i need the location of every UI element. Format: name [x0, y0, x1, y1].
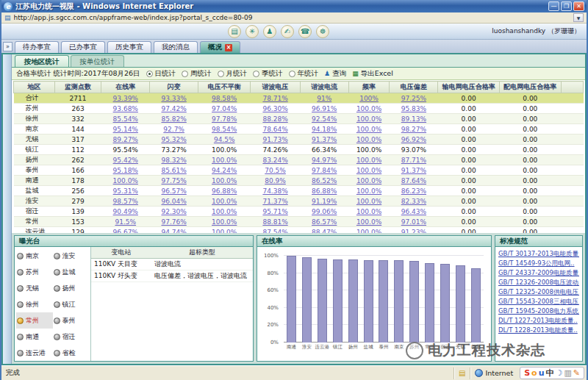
standard-link[interactable]: GB/T 12326-2008电压波动..: [498, 278, 579, 287]
chart-bar[interactable]: [302, 257, 312, 343]
radio-月统计[interactable]: 月统计: [218, 69, 248, 79]
value-link[interactable]: 71.37%: [262, 198, 287, 205]
standard-link[interactable]: GB/T 15543-2008三相电压..: [498, 297, 579, 306]
value-link[interactable]: 100.0%: [356, 187, 381, 195]
value-link[interactable]: 100.0%: [212, 198, 237, 205]
query-button[interactable]: ♟ 查询: [324, 69, 346, 79]
city-item-无锡[interactable]: 无锡: [16, 280, 53, 296]
value-link[interactable]: 100.0%: [356, 105, 381, 112]
standard-link[interactable]: DL/T 1227-2013电能质量..: [498, 316, 579, 326]
standard-link[interactable]: GB/T 15945-2008电力系统..: [498, 306, 579, 316]
standard-link[interactable]: GB/T 14549-93公用电网..: [498, 259, 579, 268]
city-item-淮安[interactable]: 淮安: [53, 248, 90, 264]
ime-icon[interactable]: 中: [546, 368, 554, 379]
ime-icon[interactable]: S: [524, 368, 530, 379]
value-link[interactable]: 89.27%: [113, 136, 138, 143]
snowflake-icon[interactable]: ✳: [245, 25, 259, 38]
value-link[interactable]: 95.71%: [262, 208, 287, 215]
value-link[interactable]: 96.91%: [312, 105, 337, 112]
city-item-南京[interactable]: 南京: [16, 248, 53, 264]
city-item-省检[interactable]: 省检: [53, 345, 90, 361]
export-excel-button[interactable]: ▦ 导出Excel: [352, 69, 393, 79]
tab-概况[interactable]: 概况×: [200, 41, 240, 53]
tab-已办事宜[interactable]: 已办事宜: [61, 41, 105, 53]
value-link[interactable]: 88.81%: [262, 218, 287, 226]
value-link[interactable]: 95.31%: [113, 187, 138, 195]
value-link[interactable]: 86.88%: [312, 187, 337, 195]
url-text[interactable]: http://app.js.sgcc.com.cn/appframe-web/i…: [14, 14, 570, 21]
url-dropdown-button[interactable]: ▼: [573, 13, 584, 22]
value-link[interactable]: 90.49%: [113, 208, 138, 215]
value-link[interactable]: 91.73%: [262, 136, 287, 143]
restore-button[interactable]: ❐: [561, 1, 572, 11]
value-link[interactable]: 100.0%: [212, 218, 237, 226]
value-link[interactable]: 100.0%: [356, 198, 381, 205]
value-link[interactable]: 94.18%: [312, 126, 337, 133]
value-link[interactable]: 95.18%: [113, 167, 138, 174]
value-link[interactable]: 87.64%: [401, 177, 426, 184]
value-link[interactable]: 85.61%: [161, 167, 186, 174]
tab-历史事宜[interactable]: 历史事宜: [107, 41, 151, 53]
close-button[interactable]: ✕: [573, 1, 584, 11]
hand-icon[interactable]: ✍: [281, 25, 294, 38]
value-link[interactable]: 82.33%: [401, 198, 426, 205]
value-link[interactable]: 86.57%: [312, 218, 337, 226]
value-link[interactable]: 89.13%: [401, 115, 426, 123]
value-link[interactable]: 97.76%: [161, 218, 186, 226]
value-link[interactable]: 91.19%: [312, 198, 337, 205]
value-link[interactable]: 100.0%: [356, 177, 381, 184]
radio-日统计[interactable]: 日统计: [146, 69, 176, 79]
tab-by-unit[interactable]: 按单位统计: [71, 55, 125, 67]
value-link[interactable]: 94.5%: [214, 136, 235, 143]
value-link[interactable]: 86.52%: [312, 177, 337, 184]
city-item-常州[interactable]: 常州: [16, 312, 53, 329]
chart-bar[interactable]: [440, 264, 450, 343]
document-icon[interactable]: ▤: [228, 25, 241, 38]
value-link[interactable]: 91%: [317, 95, 331, 102]
value-link[interactable]: 85.54%: [113, 115, 138, 123]
chart-bar[interactable]: [318, 259, 327, 343]
value-link[interactable]: 97.04%: [212, 105, 237, 112]
value-link[interactable]: 93.39%: [113, 95, 138, 102]
value-link[interactable]: 95.32%: [161, 136, 186, 143]
value-link[interactable]: 91.5%: [115, 218, 136, 226]
standard-link[interactable]: GB/T 12325-2008供电电压..: [498, 287, 579, 297]
radio-周统计[interactable]: 周统计: [182, 69, 212, 79]
city-item-南通[interactable]: 南通: [16, 329, 53, 345]
value-link[interactable]: 87.71%: [401, 157, 426, 164]
standard-link[interactable]: GB/T 24337-2009电能质量..: [498, 268, 579, 278]
value-link[interactable]: 98.58%: [212, 95, 237, 102]
value-link[interactable]: 74.38%: [262, 187, 287, 195]
radio-年统计[interactable]: 年统计: [289, 69, 319, 79]
value-link[interactable]: 88.28%: [262, 115, 287, 123]
value-link[interactable]: 97.01%: [401, 218, 426, 226]
chart-bar[interactable]: [287, 256, 296, 343]
value-link[interactable]: 97.78%: [212, 115, 237, 123]
value-link[interactable]: 70.5%: [265, 167, 286, 174]
collapsed-sidebar-strip[interactable]: [3, 54, 12, 364]
value-link[interactable]: 85.82%: [161, 115, 186, 123]
value-link[interactable]: 97.25%: [401, 95, 426, 102]
value-link[interactable]: 92.30%: [161, 208, 186, 215]
value-link[interactable]: 100.0%: [113, 177, 138, 184]
collapse-sidebar-button[interactable]: »: [3, 42, 12, 51]
value-link[interactable]: 96.88%: [212, 187, 237, 195]
ime-icon[interactable]: ▥: [564, 368, 571, 379]
value-link[interactable]: 78.71%: [262, 95, 287, 102]
chart-bar[interactable]: [471, 268, 481, 343]
city-item-徐州[interactable]: 徐州: [16, 296, 53, 312]
value-link[interactable]: 100.0%: [356, 167, 381, 174]
chart-bar[interactable]: [348, 259, 358, 343]
value-link[interactable]: 94.24%: [212, 167, 237, 174]
value-link[interactable]: 95.14%: [113, 126, 138, 133]
value-link[interactable]: 100.0%: [356, 208, 381, 215]
value-link[interactable]: 80.9%: [265, 177, 286, 184]
value-link[interactable]: 92.7%: [163, 126, 184, 133]
chart-bar[interactable]: [379, 260, 388, 343]
value-link[interactable]: 98.32%: [161, 157, 186, 164]
radio-季统计[interactable]: 季统计: [253, 69, 283, 79]
value-link[interactable]: 78.64%: [262, 126, 287, 133]
value-link[interactable]: 96.30%: [262, 105, 287, 112]
value-link[interactable]: 100.0%: [356, 126, 381, 133]
chart-bar[interactable]: [333, 259, 343, 343]
